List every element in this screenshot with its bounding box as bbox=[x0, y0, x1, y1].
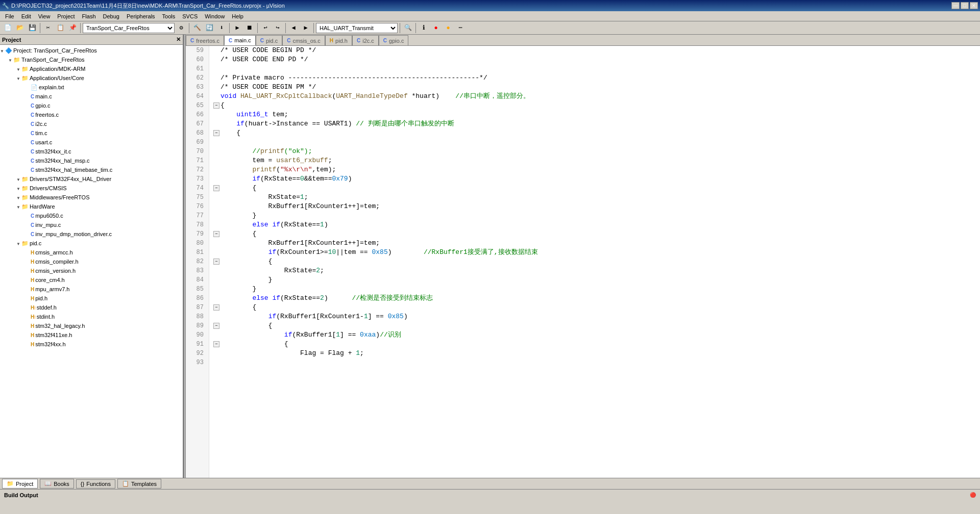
tree-item-12[interactable]: Cstm32f4xx_hal_msp.c bbox=[0, 156, 183, 165]
redo-btn[interactable]: ↪ bbox=[272, 22, 283, 34]
debug-btn[interactable]: ▶ bbox=[232, 22, 243, 34]
tree-item-23[interactable]: Hcmsis_compiler.h bbox=[0, 257, 183, 266]
tree-item-4[interactable]: 📄explain.txt bbox=[0, 83, 183, 92]
code-content[interactable]: /* USER CODE BEGIN PD *//* USER CODE END… bbox=[209, 46, 980, 478]
tree-expand-2[interactable] bbox=[16, 66, 20, 72]
save-btn[interactable]: 💾 bbox=[27, 22, 38, 34]
tab-gpio-c[interactable]: Cgpio.c bbox=[379, 35, 409, 45]
bottom-tab-project[interactable]: 📁Project bbox=[2, 479, 38, 489]
fold-icon-74[interactable]: − bbox=[213, 185, 219, 191]
tab-main-c[interactable]: Cmain.c bbox=[224, 35, 256, 45]
tab-cmsis_os-c[interactable]: Ccmsis_os.c bbox=[282, 35, 325, 45]
fold-icon-91[interactable]: − bbox=[213, 341, 219, 347]
tree-expand-3[interactable] bbox=[16, 75, 20, 81]
paste-btn[interactable]: 📌 bbox=[67, 22, 78, 34]
menu-item-project[interactable]: Project bbox=[54, 12, 78, 20]
info-btn[interactable]: ℹ bbox=[418, 22, 429, 34]
bottom-tab-books[interactable]: 📖Books bbox=[40, 479, 74, 489]
fold-icon-65[interactable]: − bbox=[213, 102, 219, 109]
tree-item-10[interactable]: Cusart.c bbox=[0, 138, 183, 147]
tree-expand-14[interactable] bbox=[16, 176, 20, 182]
tree-item-18[interactable]: Cmpu6050.c bbox=[0, 211, 183, 220]
menu-item-peripherals[interactable]: Peripherals bbox=[124, 12, 158, 20]
back-btn[interactable]: ◀ bbox=[288, 22, 299, 34]
tree-item-14[interactable]: 📁Drivers/STM32F4xx_HAL_Driver bbox=[0, 174, 183, 184]
menu-item-debug[interactable]: Debug bbox=[100, 12, 122, 20]
close-button[interactable]: ✕ bbox=[970, 2, 978, 9]
tree-item-8[interactable]: Ci2c.c bbox=[0, 119, 183, 128]
copy-btn[interactable]: 📋 bbox=[55, 22, 66, 34]
tree-item-1[interactable]: 📁TranSport_Car_FreeRtos bbox=[0, 55, 183, 64]
search-btn[interactable]: 🔍 bbox=[402, 22, 413, 34]
new-btn[interactable]: 📄 bbox=[2, 22, 13, 34]
download-btn[interactable]: ⬇ bbox=[216, 22, 227, 34]
tree-item-24[interactable]: Hcmsis_version.h bbox=[0, 266, 183, 275]
tree-item-3[interactable]: 📁Application/User/Core bbox=[0, 73, 183, 83]
menu-item-help[interactable]: Help bbox=[229, 12, 247, 20]
tree-item-13[interactable]: Cstm32f4xx_hal_timebase_tim.c bbox=[0, 165, 183, 174]
cut-btn[interactable]: ✂ bbox=[42, 22, 54, 34]
bottom-tab-functions[interactable]: {}Functions bbox=[76, 479, 115, 489]
bottom-tab-templates[interactable]: 📋Templates bbox=[117, 479, 161, 489]
tree-expand-1[interactable] bbox=[8, 57, 12, 63]
tree-item-25[interactable]: Hcore_cm4.h bbox=[0, 275, 183, 285]
tree-item-17[interactable]: 📁HardWare bbox=[0, 202, 183, 211]
tree-expand-16[interactable] bbox=[16, 194, 20, 200]
tree-item-32[interactable]: Hstm32f4xx.h bbox=[0, 340, 183, 349]
fwd-btn[interactable]: ▶ bbox=[300, 22, 311, 34]
tree-item-27[interactable]: Hpid.h bbox=[0, 294, 183, 303]
tree-item-5[interactable]: Cmain.c bbox=[0, 92, 183, 101]
project-dropdown[interactable]: TranSport_Car_FreeRtos bbox=[83, 23, 175, 33]
fold-icon-79[interactable]: − bbox=[213, 231, 219, 237]
tree-item-28[interactable]: H!stddef.h bbox=[0, 303, 183, 312]
tree-item-30[interactable]: Hstm32_hal_legacy.h bbox=[0, 321, 183, 330]
tree-expand-21[interactable] bbox=[16, 240, 20, 246]
tree-item-7[interactable]: Cfreertos.c bbox=[0, 110, 183, 119]
tree-item-21[interactable]: 📁pid.c bbox=[0, 239, 183, 248]
menu-item-svcs[interactable]: SVCS bbox=[179, 12, 201, 20]
menu-item-edit[interactable]: Edit bbox=[18, 12, 34, 20]
menu-item-flash[interactable]: Flash bbox=[79, 12, 99, 20]
tab-pid-h[interactable]: Hpid.h bbox=[325, 35, 352, 45]
tree-item-31[interactable]: Hstm32f411xe.h bbox=[0, 330, 183, 340]
project-panel-close[interactable]: ✕ bbox=[176, 36, 181, 43]
tree-item-0[interactable]: 🔷Project: TranSport_Car_FreeRtos bbox=[0, 46, 183, 55]
more-btn[interactable]: ⋯ bbox=[455, 22, 466, 34]
fold-icon-82[interactable]: − bbox=[213, 259, 219, 265]
tree-item-26[interactable]: Hmpu_armv7.h bbox=[0, 285, 183, 294]
tree-item-16[interactable]: 📁Middlewares/FreeRTOS bbox=[0, 193, 183, 202]
tree-item-29[interactable]: H!stdint.h bbox=[0, 312, 183, 321]
menu-item-view[interactable]: View bbox=[35, 12, 54, 20]
tree-expand-0[interactable] bbox=[0, 47, 4, 54]
maximize-button[interactable]: □ bbox=[961, 2, 969, 9]
stop-btn[interactable]: ⏹ bbox=[244, 22, 255, 34]
warn-btn[interactable]: ● bbox=[443, 22, 454, 34]
tree-item-20[interactable]: Cinv_mpu_dmp_motion_driver.c bbox=[0, 229, 183, 239]
tab-pid-c[interactable]: Cpid.c bbox=[256, 35, 282, 45]
tree-item-19[interactable]: Cinv_mpu.c bbox=[0, 220, 183, 229]
build-btn[interactable]: 🔨 bbox=[191, 22, 203, 34]
undo-btn[interactable]: ↩ bbox=[260, 22, 271, 34]
tab-freertos-c[interactable]: Cfreertos.c bbox=[186, 35, 224, 45]
menu-item-file[interactable]: File bbox=[2, 12, 17, 20]
settings-btn[interactable]: ⚙ bbox=[176, 22, 187, 34]
function-dropdown[interactable]: HAL_UART_Transmit bbox=[316, 23, 398, 33]
minimize-button[interactable]: — bbox=[951, 2, 960, 9]
tree-item-2[interactable]: 📁Application/MDK-ARM bbox=[0, 64, 183, 73]
menu-item-tools[interactable]: Tools bbox=[159, 12, 179, 20]
err-btn[interactable]: ● bbox=[430, 22, 442, 34]
fold-icon-89[interactable]: − bbox=[213, 323, 219, 329]
rebuild-btn[interactable]: 🔄 bbox=[204, 22, 215, 34]
tree-item-9[interactable]: Ctim.c bbox=[0, 128, 183, 138]
tree-item-6[interactable]: Cgpio.c bbox=[0, 101, 183, 110]
fold-icon-68[interactable]: − bbox=[213, 130, 219, 136]
tab-i2c-c[interactable]: Ci2c.c bbox=[352, 35, 379, 45]
tree-item-22[interactable]: Hcmsis_armcc.h bbox=[0, 248, 183, 257]
tree-expand-15[interactable] bbox=[16, 185, 20, 191]
fold-icon-87[interactable]: − bbox=[213, 304, 219, 311]
open-btn[interactable]: 📂 bbox=[14, 22, 26, 34]
tree-item-15[interactable]: 📁Drivers/CMSIS bbox=[0, 184, 183, 193]
tree-expand-17[interactable] bbox=[16, 203, 20, 210]
tree-item-11[interactable]: Cstm32f4xx_it.c bbox=[0, 147, 183, 156]
menu-item-window[interactable]: Window bbox=[202, 12, 228, 20]
